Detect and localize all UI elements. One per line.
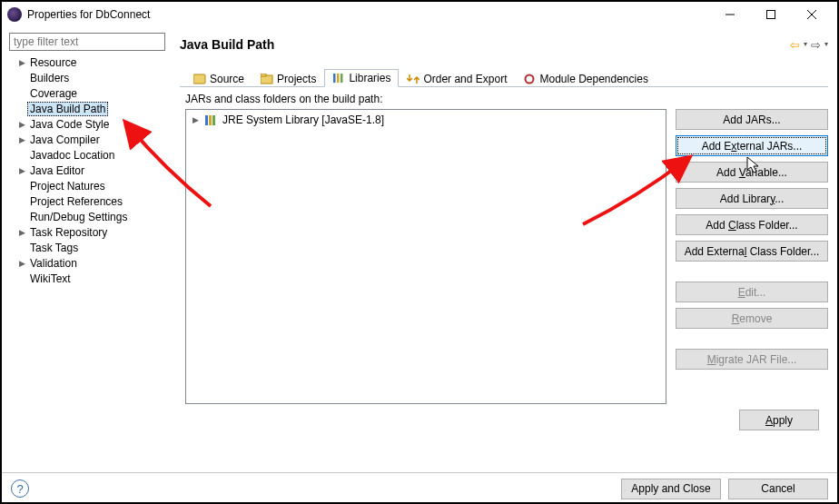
back-icon[interactable]: ⇦ xyxy=(790,38,800,52)
sidebar-item-project-natures[interactable]: Project Natures xyxy=(9,178,169,193)
maximize-button[interactable] xyxy=(750,3,791,26)
sidebar-item-javadoc-location[interactable]: Javadoc Location xyxy=(9,147,169,163)
chevron-right-icon[interactable]: ▶ xyxy=(190,115,201,124)
libraries-tree[interactable]: ▶ JRE System Library [JavaSE-1.8] xyxy=(185,109,666,404)
tab-source[interactable]: Source xyxy=(185,70,252,87)
svg-rect-8 xyxy=(337,74,340,83)
sidebar-item-task-tags[interactable]: Task Tags xyxy=(9,240,169,255)
tab-module-deps[interactable]: Module Dependencies xyxy=(515,70,656,87)
sidebar-item-coverage[interactable]: Coverage xyxy=(9,85,169,101)
svg-rect-6 xyxy=(261,74,266,76)
sidebar-item-builders[interactable]: Builders xyxy=(9,70,169,85)
sidebar-item-label: Run/Debug Settings xyxy=(27,211,130,223)
tab-projects[interactable]: Projects xyxy=(252,70,324,87)
sidebar-item-label: Java Build Path xyxy=(27,102,108,116)
sidebar-item-wikitext[interactable]: WikiText xyxy=(9,271,169,286)
sidebar: ▶ResourceBuildersCoverageJava Build Path… xyxy=(2,27,173,472)
tab-label: Projects xyxy=(277,73,316,85)
sidebar-item-label: Project References xyxy=(27,195,125,208)
sidebar-item-java-build-path[interactable]: Java Build Path xyxy=(9,101,169,116)
edit-button: Edit... xyxy=(676,282,828,302)
tree-item-label: JRE System Library [JavaSE-1.8] xyxy=(222,114,384,126)
list-caption: JARs and class folders on the build path… xyxy=(185,93,828,105)
sidebar-item-label: Resource xyxy=(27,56,79,69)
svg-rect-12 xyxy=(209,115,212,125)
tab-order-export[interactable]: Order and Export xyxy=(399,70,515,87)
forward-icon[interactable]: ⇨ xyxy=(811,38,821,52)
category-tree[interactable]: ▶ResourceBuildersCoverageJava Build Path… xyxy=(5,54,169,286)
tab-label: Source xyxy=(210,73,244,85)
add-jars-button[interactable]: Add JARs... xyxy=(676,109,828,130)
sidebar-item-java-editor[interactable]: ▶Java Editor xyxy=(9,163,169,178)
chevron-right-icon: ▶ xyxy=(16,135,27,144)
tab-label: Order and Export xyxy=(423,73,507,85)
projects-icon xyxy=(261,74,273,84)
add-external-jars-button[interactable]: Add External JARs... xyxy=(676,135,828,156)
back-menu-icon[interactable]: ▾ xyxy=(804,40,807,48)
help-icon[interactable]: ? xyxy=(11,479,29,498)
svg-rect-9 xyxy=(341,74,343,83)
sidebar-item-label: Java Code Style xyxy=(27,118,112,131)
tab-libraries[interactable]: Libraries xyxy=(324,69,399,87)
page-title: Java Build Path xyxy=(180,37,790,52)
filter-input[interactable] xyxy=(9,33,165,51)
source-icon xyxy=(193,74,206,84)
chevron-right-icon: ▶ xyxy=(16,58,27,67)
sidebar-item-label: Java Editor xyxy=(27,164,87,177)
forward-menu-icon[interactable]: ▾ xyxy=(824,40,828,48)
chevron-right-icon: ▶ xyxy=(16,120,27,129)
sidebar-item-run-debug-settings[interactable]: Run/Debug Settings xyxy=(9,209,169,224)
sidebar-item-label: Task Repository xyxy=(27,226,110,239)
sidebar-item-project-references[interactable]: Project References xyxy=(9,193,169,209)
sidebar-item-label: Builders xyxy=(27,72,72,84)
sidebar-item-label: Coverage xyxy=(27,87,80,100)
tab-label: Module Dependencies xyxy=(539,73,647,85)
apply-and-close-button[interactable]: Apply and Close xyxy=(621,479,721,499)
tab-label: Libraries xyxy=(349,72,390,84)
add-class-folder-button[interactable]: Add Class Folder... xyxy=(676,214,828,235)
sidebar-item-label: Validation xyxy=(27,257,80,270)
add-variable-button[interactable]: Add Variable... xyxy=(676,162,828,183)
footer: ? Apply and Close Cancel xyxy=(2,472,837,504)
tree-item-jre[interactable]: ▶ JRE System Library [JavaSE-1.8] xyxy=(190,114,662,126)
eclipse-icon xyxy=(7,7,22,22)
svg-rect-13 xyxy=(212,115,215,125)
libraries-icon xyxy=(332,73,345,84)
button-column: Add JARs... Add External JARs... Add Var… xyxy=(676,109,828,404)
module-icon xyxy=(523,74,536,84)
add-external-class-folder-button[interactable]: Add External Class Folder... xyxy=(676,241,828,262)
sidebar-item-resource[interactable]: ▶Resource xyxy=(9,54,169,70)
sidebar-item-label: WikiText xyxy=(27,272,74,285)
svg-rect-7 xyxy=(333,74,336,83)
chevron-right-icon: ▶ xyxy=(16,228,27,237)
tabs: Source Projects Libraries Order and Expo… xyxy=(180,67,828,87)
add-library-button[interactable]: Add Library... xyxy=(676,188,828,209)
content-area: Java Build Path ⇦▾ ⇨▾ Source Projects Li… xyxy=(173,27,837,472)
window-title: Properties for DbConnect xyxy=(27,8,709,21)
svg-rect-1 xyxy=(766,11,775,19)
svg-rect-4 xyxy=(193,74,205,84)
nav-history: ⇦▾ ⇨▾ xyxy=(790,38,828,52)
library-icon xyxy=(204,114,219,126)
cancel-button[interactable]: Cancel xyxy=(728,479,828,499)
svg-rect-11 xyxy=(205,115,208,125)
close-button[interactable] xyxy=(791,3,832,26)
sidebar-item-label: Project Natures xyxy=(27,180,108,193)
sidebar-item-java-code-style[interactable]: ▶Java Code Style xyxy=(9,116,169,132)
sidebar-item-java-compiler[interactable]: ▶Java Compiler xyxy=(9,132,169,147)
chevron-right-icon: ▶ xyxy=(16,259,27,268)
migrate-jar-button: Migrate JAR File... xyxy=(676,349,828,370)
sidebar-item-task-repository[interactable]: ▶Task Repository xyxy=(9,224,169,240)
chevron-right-icon: ▶ xyxy=(16,166,27,175)
sidebar-item-validation[interactable]: ▶Validation xyxy=(9,255,169,271)
sidebar-item-label: Java Compiler xyxy=(27,133,103,146)
titlebar: Properties for DbConnect xyxy=(2,2,837,27)
sidebar-item-label: Task Tags xyxy=(27,242,81,254)
minimize-button[interactable] xyxy=(709,3,750,26)
sidebar-item-label: Javadoc Location xyxy=(27,149,117,162)
apply-button[interactable]: Apply xyxy=(739,410,819,430)
order-icon xyxy=(407,74,420,84)
svg-point-10 xyxy=(526,75,534,84)
remove-button: Remove xyxy=(676,308,828,329)
